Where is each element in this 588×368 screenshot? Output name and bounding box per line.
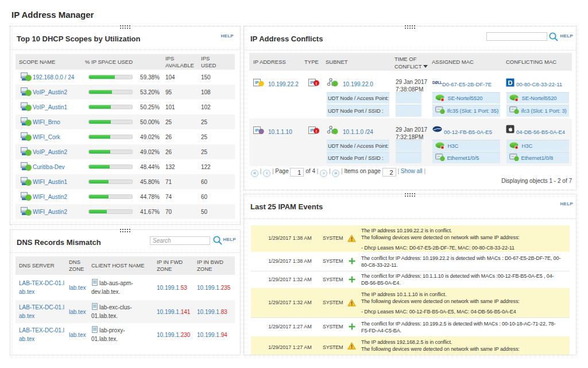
svg-text:D: D bbox=[508, 79, 513, 86]
svg-text:IP: IP bbox=[255, 80, 259, 85]
svg-text:IP: IP bbox=[310, 128, 314, 132]
svg-text:!: ! bbox=[315, 129, 317, 134]
svg-text:IP: IP bbox=[255, 128, 259, 132]
svg-text:DØLL: DØLL bbox=[432, 80, 442, 85]
svg-text:!: ! bbox=[315, 81, 317, 86]
svg-text:IP: IP bbox=[310, 80, 314, 85]
